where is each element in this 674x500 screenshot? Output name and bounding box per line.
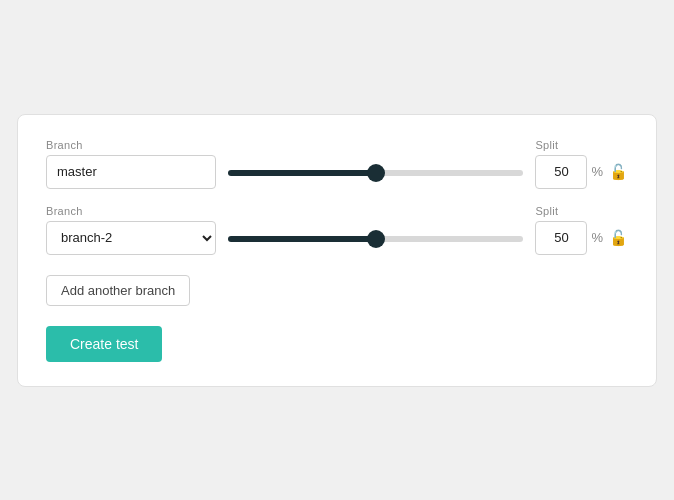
branch-label-2: Branch: [46, 205, 216, 217]
slider-group-2: [228, 217, 523, 242]
split-slider-2[interactable]: [228, 236, 523, 242]
branch-select-2[interactable]: master branch-2 develop feature-1: [46, 221, 216, 255]
branch-label-1: Branch: [46, 139, 216, 151]
branch-field-group-1: Branch: [46, 139, 216, 189]
create-test-button[interactable]: Create test: [46, 326, 162, 362]
split-label-2: Split: [535, 205, 628, 217]
branch-input-1[interactable]: [46, 155, 216, 189]
percent-label-2: %: [591, 230, 603, 245]
ab-test-card: Branch Split % 🔓 Branch master branch-2 …: [17, 114, 657, 387]
create-test-row: Create test: [46, 326, 628, 362]
lock-icon-2[interactable]: 🔓: [609, 229, 628, 247]
split-group-2: Split % 🔓: [535, 205, 628, 255]
split-input-row-2: % 🔓: [535, 221, 628, 255]
branch-field-group-2: Branch master branch-2 develop feature-1: [46, 205, 216, 255]
percent-label-1: %: [591, 164, 603, 179]
branch-row-1: Branch Split % 🔓: [46, 139, 628, 189]
split-input-1[interactable]: [535, 155, 587, 189]
split-slider-1[interactable]: [228, 170, 523, 176]
slider-group-1: [228, 151, 523, 176]
add-branch-button[interactable]: Add another branch: [46, 275, 190, 306]
split-label-1: Split: [535, 139, 628, 151]
lock-icon-1[interactable]: 🔓: [609, 163, 628, 181]
branch-row-2: Branch master branch-2 develop feature-1…: [46, 205, 628, 255]
split-group-1: Split % 🔓: [535, 139, 628, 189]
split-input-row-1: % 🔓: [535, 155, 628, 189]
split-input-2[interactable]: [535, 221, 587, 255]
